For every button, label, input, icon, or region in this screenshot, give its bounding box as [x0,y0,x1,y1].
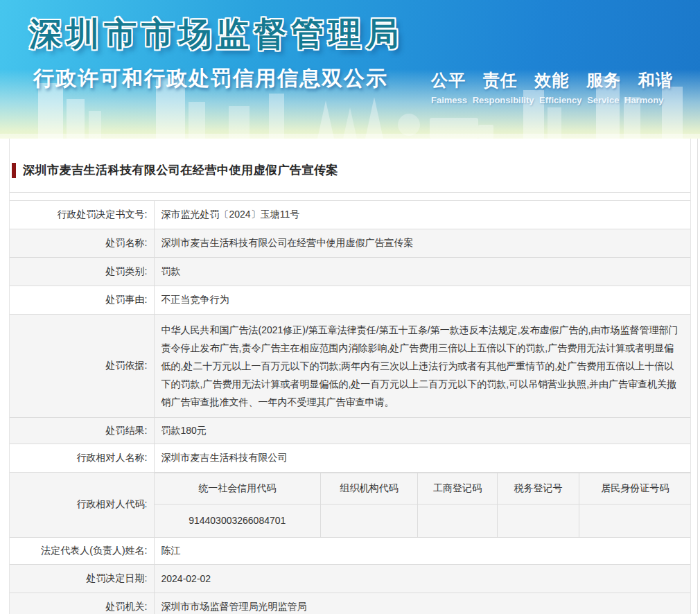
case-title-row: 深圳市麦吉生活科技有限公司在经营中使用虚假广告宣传案 [10,139,690,178]
field-label: 处罚依据: [10,315,154,418]
table-row-party-codes: 行政相对人代码: 统一社会信用代码 组织机构代码 工商登记码 税 [10,473,690,538]
field-label: 行政相对人代码: [10,473,154,538]
banner-motto: 公平 责任 效能 服务 和谐 Faimess Responsibility Ef… [431,69,673,105]
banner-subtitle: 行政许可和行政处罚信用信息双公示 [33,64,388,93]
field-value: 中华人民共和国广告法(2021修正)/第五章法律责任/第五十五条/第一款违反本法… [154,315,690,418]
table-row-party-name: 行政相对人名称: 深圳市麦吉生活科技有限公司 [10,444,690,473]
field-value: 深圳市麦吉生活科技有限公司 [154,444,690,473]
field-value: 深市监光处罚〔2024〕玉塘11号 [154,201,690,229]
table-row-penalty-authority: 处罚机关: 深圳市市场监督管理局光明监管局 [10,593,690,614]
code-value [579,505,691,537]
field-label: 处罚事由: [10,286,154,315]
field-label: 处罚名称: [10,229,154,258]
site-banner: 深圳市市场监督管理局 行政许可和行政处罚信用信息双公示 公平 责任 效能 服务 … [0,0,700,139]
code-header-row: 统一社会信用代码 组织机构代码 工商登记码 税务登记号 居民身份证号码 [155,473,691,505]
table-row-penalty-result: 处罚结果: 罚款180元 [10,418,690,444]
table-row-penalty-name: 处罚名称: 深圳市麦吉生活科技有限公司在经营中使用虚假广告宣传案 [10,229,690,258]
field-label: 行政处罚决定书文号: [10,201,154,229]
content-frame: 深圳市麦吉生活科技有限公司在经营中使用虚假广告宣传案 行政处罚决定书文号: 深市… [9,139,691,614]
table-row-decision-date: 处罚决定日期: 2024-02-02 [10,564,690,593]
field-value: 2024-02-02 [154,564,690,593]
field-label: 行政相对人名称: [10,444,154,473]
code-column-header: 居民身份证号码 [579,473,691,505]
code-column-header: 税务登记号 [498,473,579,505]
field-label: 处罚机关: [10,593,154,614]
table-row-penalty-reason: 处罚事由: 不正当竞争行为 [10,286,690,315]
code-value [498,505,579,537]
field-label: 处罚决定日期: [10,564,154,593]
code-value: 914403003266084701 [155,505,321,537]
field-value: 罚款180元 [154,418,690,444]
table-row-legal-representative: 法定代表人(负责人)姓名: 陈江 [10,537,690,564]
code-value [418,505,498,537]
org-name-title: 深圳市市场监督管理局 [29,12,403,56]
field-label: 处罚结果: [10,418,154,444]
code-column-header: 组织机构代码 [321,473,418,505]
table-row-penalty-category: 处罚类别: 罚款 [10,258,690,286]
field-label: 法定代表人(负责人)姓名: [10,537,154,564]
code-value-row: 914403003266084701 [155,505,691,537]
title-divider [10,192,690,193]
page-right-border [697,139,698,614]
field-value: 深圳市麦吉生活科技有限公司在经营中使用虚假广告宣传案 [154,229,690,258]
party-codes-table: 统一社会信用代码 组织机构代码 工商登记码 税务登记号 居民身份证号码 9144… [155,473,691,537]
case-title: 深圳市麦吉生活科技有限公司在经营中使用虚假广告宣传案 [23,162,338,178]
field-value: 深圳市市场监督管理局光明监管局 [154,593,690,614]
field-value: 不正当竞争行为 [154,286,690,315]
field-value: 陈江 [154,537,690,564]
title-accent-bar [12,163,16,178]
field-value: 罚款 [154,258,690,286]
field-label: 处罚类别: [10,258,154,286]
table-row-penalty-basis: 处罚依据: 中华人民共和国广告法(2021修正)/第五章法律责任/第五十五条/第… [10,315,690,418]
code-column-header: 工商登记码 [418,473,498,505]
code-value [321,505,418,537]
motto-english: Faimess Responsibility Efficiency Servic… [431,95,673,105]
penalty-info-table: 行政处罚决定书文号: 深市监光处罚〔2024〕玉塘11号 处罚名称: 深圳市麦吉… [10,200,690,614]
table-row-decision-number: 行政处罚决定书文号: 深市监光处罚〔2024〕玉塘11号 [10,201,690,229]
code-column-header: 统一社会信用代码 [155,473,321,505]
motto-chinese: 公平 责任 效能 服务 和谐 [431,69,673,91]
party-codes-cell: 统一社会信用代码 组织机构代码 工商登记码 税务登记号 居民身份证号码 9144… [154,473,690,538]
